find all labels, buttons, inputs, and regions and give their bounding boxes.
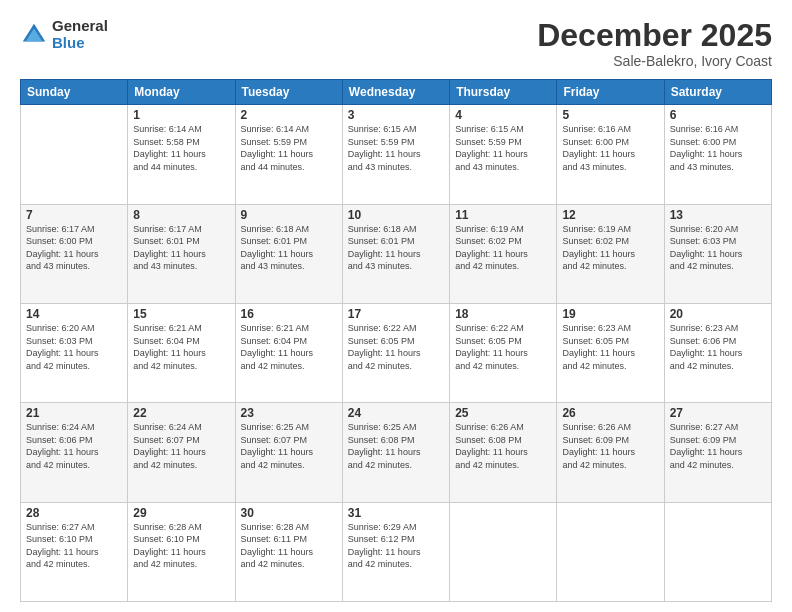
day-number: 20 <box>670 307 766 321</box>
day-info: Sunrise: 6:25 AM Sunset: 6:07 PM Dayligh… <box>241 421 337 471</box>
calendar-cell: 8Sunrise: 6:17 AM Sunset: 6:01 PM Daylig… <box>128 204 235 303</box>
week-row-2: 7Sunrise: 6:17 AM Sunset: 6:00 PM Daylig… <box>21 204 772 303</box>
calendar-table: SundayMondayTuesdayWednesdayThursdayFrid… <box>20 79 772 602</box>
week-row-5: 28Sunrise: 6:27 AM Sunset: 6:10 PM Dayli… <box>21 502 772 601</box>
calendar-cell: 28Sunrise: 6:27 AM Sunset: 6:10 PM Dayli… <box>21 502 128 601</box>
day-number: 14 <box>26 307 122 321</box>
day-info: Sunrise: 6:17 AM Sunset: 6:01 PM Dayligh… <box>133 223 229 273</box>
day-info: Sunrise: 6:24 AM Sunset: 6:06 PM Dayligh… <box>26 421 122 471</box>
calendar-cell: 9Sunrise: 6:18 AM Sunset: 6:01 PM Daylig… <box>235 204 342 303</box>
day-info: Sunrise: 6:27 AM Sunset: 6:10 PM Dayligh… <box>26 521 122 571</box>
calendar-cell: 17Sunrise: 6:22 AM Sunset: 6:05 PM Dayli… <box>342 303 449 402</box>
col-header-monday: Monday <box>128 80 235 105</box>
day-info: Sunrise: 6:25 AM Sunset: 6:08 PM Dayligh… <box>348 421 444 471</box>
day-number: 6 <box>670 108 766 122</box>
day-number: 9 <box>241 208 337 222</box>
day-info: Sunrise: 6:19 AM Sunset: 6:02 PM Dayligh… <box>455 223 551 273</box>
day-number: 3 <box>348 108 444 122</box>
day-info: Sunrise: 6:16 AM Sunset: 6:00 PM Dayligh… <box>562 123 658 173</box>
logo-blue: Blue <box>52 35 108 52</box>
calendar-cell: 4Sunrise: 6:15 AM Sunset: 5:59 PM Daylig… <box>450 105 557 204</box>
day-number: 23 <box>241 406 337 420</box>
day-info: Sunrise: 6:22 AM Sunset: 6:05 PM Dayligh… <box>455 322 551 372</box>
day-number: 2 <box>241 108 337 122</box>
day-info: Sunrise: 6:23 AM Sunset: 6:06 PM Dayligh… <box>670 322 766 372</box>
calendar-cell: 26Sunrise: 6:26 AM Sunset: 6:09 PM Dayli… <box>557 403 664 502</box>
day-number: 4 <box>455 108 551 122</box>
calendar-cell: 6Sunrise: 6:16 AM Sunset: 6:00 PM Daylig… <box>664 105 771 204</box>
day-number: 21 <box>26 406 122 420</box>
calendar-cell: 23Sunrise: 6:25 AM Sunset: 6:07 PM Dayli… <box>235 403 342 502</box>
day-number: 13 <box>670 208 766 222</box>
calendar-cell: 5Sunrise: 6:16 AM Sunset: 6:00 PM Daylig… <box>557 105 664 204</box>
day-info: Sunrise: 6:15 AM Sunset: 5:59 PM Dayligh… <box>348 123 444 173</box>
day-info: Sunrise: 6:28 AM Sunset: 6:11 PM Dayligh… <box>241 521 337 571</box>
day-number: 5 <box>562 108 658 122</box>
day-info: Sunrise: 6:26 AM Sunset: 6:08 PM Dayligh… <box>455 421 551 471</box>
day-number: 7 <box>26 208 122 222</box>
day-info: Sunrise: 6:18 AM Sunset: 6:01 PM Dayligh… <box>348 223 444 273</box>
col-header-thursday: Thursday <box>450 80 557 105</box>
logo-general: General <box>52 18 108 35</box>
day-number: 22 <box>133 406 229 420</box>
calendar-header-row: SundayMondayTuesdayWednesdayThursdayFrid… <box>21 80 772 105</box>
calendar-cell: 15Sunrise: 6:21 AM Sunset: 6:04 PM Dayli… <box>128 303 235 402</box>
calendar-cell: 27Sunrise: 6:27 AM Sunset: 6:09 PM Dayli… <box>664 403 771 502</box>
day-info: Sunrise: 6:20 AM Sunset: 6:03 PM Dayligh… <box>26 322 122 372</box>
logo-text: General Blue <box>52 18 108 51</box>
day-info: Sunrise: 6:28 AM Sunset: 6:10 PM Dayligh… <box>133 521 229 571</box>
day-number: 8 <box>133 208 229 222</box>
day-number: 27 <box>670 406 766 420</box>
day-info: Sunrise: 6:14 AM Sunset: 5:58 PM Dayligh… <box>133 123 229 173</box>
calendar-cell: 10Sunrise: 6:18 AM Sunset: 6:01 PM Dayli… <box>342 204 449 303</box>
day-info: Sunrise: 6:21 AM Sunset: 6:04 PM Dayligh… <box>241 322 337 372</box>
day-info: Sunrise: 6:23 AM Sunset: 6:05 PM Dayligh… <box>562 322 658 372</box>
calendar-cell <box>664 502 771 601</box>
page: General Blue December 2025 Sale-Balekro,… <box>0 0 792 612</box>
day-number: 18 <box>455 307 551 321</box>
day-info: Sunrise: 6:16 AM Sunset: 6:00 PM Dayligh… <box>670 123 766 173</box>
day-number: 30 <box>241 506 337 520</box>
day-info: Sunrise: 6:19 AM Sunset: 6:02 PM Dayligh… <box>562 223 658 273</box>
calendar-cell: 31Sunrise: 6:29 AM Sunset: 6:12 PM Dayli… <box>342 502 449 601</box>
day-number: 19 <box>562 307 658 321</box>
day-info: Sunrise: 6:29 AM Sunset: 6:12 PM Dayligh… <box>348 521 444 571</box>
week-row-3: 14Sunrise: 6:20 AM Sunset: 6:03 PM Dayli… <box>21 303 772 402</box>
day-number: 10 <box>348 208 444 222</box>
calendar-cell: 7Sunrise: 6:17 AM Sunset: 6:00 PM Daylig… <box>21 204 128 303</box>
day-info: Sunrise: 6:15 AM Sunset: 5:59 PM Dayligh… <box>455 123 551 173</box>
calendar-cell: 25Sunrise: 6:26 AM Sunset: 6:08 PM Dayli… <box>450 403 557 502</box>
day-number: 25 <box>455 406 551 420</box>
day-number: 29 <box>133 506 229 520</box>
day-number: 24 <box>348 406 444 420</box>
day-number: 28 <box>26 506 122 520</box>
day-info: Sunrise: 6:17 AM Sunset: 6:00 PM Dayligh… <box>26 223 122 273</box>
calendar-cell: 11Sunrise: 6:19 AM Sunset: 6:02 PM Dayli… <box>450 204 557 303</box>
day-info: Sunrise: 6:14 AM Sunset: 5:59 PM Dayligh… <box>241 123 337 173</box>
col-header-tuesday: Tuesday <box>235 80 342 105</box>
day-number: 11 <box>455 208 551 222</box>
calendar-cell: 20Sunrise: 6:23 AM Sunset: 6:06 PM Dayli… <box>664 303 771 402</box>
calendar-cell: 12Sunrise: 6:19 AM Sunset: 6:02 PM Dayli… <box>557 204 664 303</box>
subtitle: Sale-Balekro, Ivory Coast <box>537 53 772 69</box>
day-number: 17 <box>348 307 444 321</box>
main-title: December 2025 <box>537 18 772 53</box>
calendar-cell <box>450 502 557 601</box>
day-number: 31 <box>348 506 444 520</box>
logo-icon <box>20 21 48 49</box>
day-info: Sunrise: 6:18 AM Sunset: 6:01 PM Dayligh… <box>241 223 337 273</box>
day-number: 15 <box>133 307 229 321</box>
day-info: Sunrise: 6:20 AM Sunset: 6:03 PM Dayligh… <box>670 223 766 273</box>
week-row-1: 1Sunrise: 6:14 AM Sunset: 5:58 PM Daylig… <box>21 105 772 204</box>
calendar-cell: 16Sunrise: 6:21 AM Sunset: 6:04 PM Dayli… <box>235 303 342 402</box>
calendar-cell: 3Sunrise: 6:15 AM Sunset: 5:59 PM Daylig… <box>342 105 449 204</box>
calendar-cell: 29Sunrise: 6:28 AM Sunset: 6:10 PM Dayli… <box>128 502 235 601</box>
calendar-cell: 13Sunrise: 6:20 AM Sunset: 6:03 PM Dayli… <box>664 204 771 303</box>
calendar-cell: 19Sunrise: 6:23 AM Sunset: 6:05 PM Dayli… <box>557 303 664 402</box>
calendar-cell <box>21 105 128 204</box>
header: General Blue December 2025 Sale-Balekro,… <box>20 18 772 69</box>
col-header-friday: Friday <box>557 80 664 105</box>
day-number: 16 <box>241 307 337 321</box>
col-header-sunday: Sunday <box>21 80 128 105</box>
calendar-cell: 24Sunrise: 6:25 AM Sunset: 6:08 PM Dayli… <box>342 403 449 502</box>
